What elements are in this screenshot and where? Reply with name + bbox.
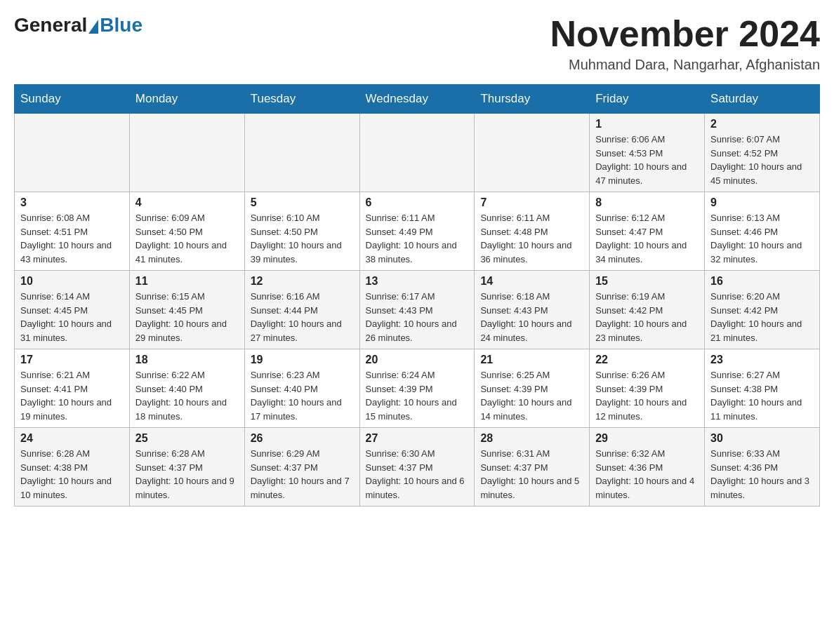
day-info: Sunrise: 6:07 AMSunset: 4:52 PMDaylight:… bbox=[710, 133, 814, 187]
day-info: Sunrise: 6:15 AMSunset: 4:45 PMDaylight:… bbox=[135, 290, 239, 344]
day-number: 27 bbox=[366, 432, 469, 445]
weekday-header-monday: Monday bbox=[129, 85, 244, 114]
month-title: November 2024 bbox=[550, 14, 820, 54]
calendar-cell: 26Sunrise: 6:29 AMSunset: 4:37 PMDayligh… bbox=[244, 428, 359, 507]
calendar-cell bbox=[129, 114, 244, 192]
day-info: Sunrise: 6:11 AMSunset: 4:49 PMDaylight:… bbox=[366, 211, 469, 266]
day-info: Sunrise: 6:10 AMSunset: 4:50 PMDaylight:… bbox=[251, 211, 354, 266]
calendar-cell: 16Sunrise: 6:20 AMSunset: 4:42 PMDayligh… bbox=[705, 271, 820, 349]
day-number: 1 bbox=[595, 118, 699, 130]
weekday-header-friday: Friday bbox=[590, 85, 705, 114]
calendar-cell: 19Sunrise: 6:23 AMSunset: 4:40 PMDayligh… bbox=[244, 349, 359, 428]
logo-triangle-icon bbox=[88, 20, 98, 34]
day-info: Sunrise: 6:11 AMSunset: 4:48 PMDaylight:… bbox=[480, 211, 583, 266]
calendar-cell: 23Sunrise: 6:27 AMSunset: 4:38 PMDayligh… bbox=[705, 349, 820, 428]
calendar-cell: 24Sunrise: 6:28 AMSunset: 4:38 PMDayligh… bbox=[15, 428, 130, 507]
calendar-cell: 18Sunrise: 6:22 AMSunset: 4:40 PMDayligh… bbox=[129, 349, 244, 428]
calendar-cell: 27Sunrise: 6:30 AMSunset: 4:37 PMDayligh… bbox=[359, 428, 475, 507]
day-number: 30 bbox=[710, 432, 814, 445]
calendar-cell: 28Sunrise: 6:31 AMSunset: 4:37 PMDayligh… bbox=[475, 428, 590, 507]
day-info: Sunrise: 6:14 AMSunset: 4:45 PMDaylight:… bbox=[20, 290, 124, 344]
calendar-cell: 15Sunrise: 6:19 AMSunset: 4:42 PMDayligh… bbox=[590, 271, 705, 349]
weekday-header-row: SundayMondayTuesdayWednesdayThursdayFrid… bbox=[15, 85, 820, 114]
day-info: Sunrise: 6:17 AMSunset: 4:43 PMDaylight:… bbox=[366, 290, 469, 344]
weekday-header-wednesday: Wednesday bbox=[359, 85, 475, 114]
day-number: 6 bbox=[366, 196, 469, 209]
logo: General Blue bbox=[14, 14, 143, 36]
day-number: 2 bbox=[710, 118, 814, 130]
calendar-cell: 30Sunrise: 6:33 AMSunset: 4:36 PMDayligh… bbox=[705, 428, 820, 507]
calendar-cell: 12Sunrise: 6:16 AMSunset: 4:44 PMDayligh… bbox=[244, 271, 359, 349]
day-info: Sunrise: 6:22 AMSunset: 4:40 PMDaylight:… bbox=[135, 368, 239, 423]
day-number: 17 bbox=[20, 354, 124, 366]
calendar-cell: 1Sunrise: 6:06 AMSunset: 4:53 PMDaylight… bbox=[590, 114, 705, 192]
day-info: Sunrise: 6:27 AMSunset: 4:38 PMDaylight:… bbox=[710, 368, 814, 423]
weekday-header-sunday: Sunday bbox=[15, 85, 130, 114]
calendar-cell bbox=[15, 114, 130, 192]
calendar-cell: 6Sunrise: 6:11 AMSunset: 4:49 PMDaylight… bbox=[359, 192, 475, 271]
calendar-cell: 11Sunrise: 6:15 AMSunset: 4:45 PMDayligh… bbox=[129, 271, 244, 349]
calendar-cell: 25Sunrise: 6:28 AMSunset: 4:37 PMDayligh… bbox=[129, 428, 244, 507]
day-number: 29 bbox=[595, 432, 699, 445]
day-info: Sunrise: 6:31 AMSunset: 4:37 PMDaylight:… bbox=[480, 447, 583, 502]
day-info: Sunrise: 6:26 AMSunset: 4:39 PMDaylight:… bbox=[595, 368, 699, 423]
day-number: 11 bbox=[135, 275, 239, 288]
day-info: Sunrise: 6:23 AMSunset: 4:40 PMDaylight:… bbox=[251, 368, 354, 423]
day-info: Sunrise: 6:13 AMSunset: 4:46 PMDaylight:… bbox=[710, 211, 814, 266]
calendar-week-row: 1Sunrise: 6:06 AMSunset: 4:53 PMDaylight… bbox=[15, 114, 820, 192]
day-number: 22 bbox=[595, 354, 699, 366]
calendar-cell: 20Sunrise: 6:24 AMSunset: 4:39 PMDayligh… bbox=[359, 349, 475, 428]
calendar-cell: 13Sunrise: 6:17 AMSunset: 4:43 PMDayligh… bbox=[359, 271, 475, 349]
location-text: Muhmand Dara, Nangarhar, Afghanistan bbox=[550, 57, 820, 73]
day-number: 12 bbox=[251, 275, 354, 288]
day-info: Sunrise: 6:30 AMSunset: 4:37 PMDaylight:… bbox=[366, 447, 469, 502]
day-number: 5 bbox=[251, 196, 354, 209]
weekday-header-tuesday: Tuesday bbox=[244, 85, 359, 114]
calendar-table: SundayMondayTuesdayWednesdayThursdayFrid… bbox=[14, 84, 820, 507]
calendar-cell: 7Sunrise: 6:11 AMSunset: 4:48 PMDaylight… bbox=[475, 192, 590, 271]
weekday-header-thursday: Thursday bbox=[475, 85, 590, 114]
day-number: 4 bbox=[135, 196, 239, 209]
day-number: 14 bbox=[480, 275, 583, 288]
calendar-cell bbox=[359, 114, 475, 192]
day-info: Sunrise: 6:21 AMSunset: 4:41 PMDaylight:… bbox=[20, 368, 124, 423]
day-info: Sunrise: 6:20 AMSunset: 4:42 PMDaylight:… bbox=[710, 290, 814, 344]
day-info: Sunrise: 6:16 AMSunset: 4:44 PMDaylight:… bbox=[251, 290, 354, 344]
day-info: Sunrise: 6:09 AMSunset: 4:50 PMDaylight:… bbox=[135, 211, 239, 266]
day-info: Sunrise: 6:19 AMSunset: 4:42 PMDaylight:… bbox=[595, 290, 699, 344]
day-number: 8 bbox=[595, 196, 699, 209]
day-info: Sunrise: 6:32 AMSunset: 4:36 PMDaylight:… bbox=[595, 447, 699, 502]
day-number: 16 bbox=[710, 275, 814, 288]
day-number: 19 bbox=[251, 354, 354, 366]
weekday-header-saturday: Saturday bbox=[705, 85, 820, 114]
day-number: 15 bbox=[595, 275, 699, 288]
calendar-cell: 14Sunrise: 6:18 AMSunset: 4:43 PMDayligh… bbox=[475, 271, 590, 349]
day-number: 24 bbox=[20, 432, 124, 445]
calendar-week-row: 17Sunrise: 6:21 AMSunset: 4:41 PMDayligh… bbox=[15, 349, 820, 428]
calendar-cell: 10Sunrise: 6:14 AMSunset: 4:45 PMDayligh… bbox=[15, 271, 130, 349]
day-info: Sunrise: 6:06 AMSunset: 4:53 PMDaylight:… bbox=[595, 133, 699, 187]
logo-blue-text: Blue bbox=[100, 14, 143, 36]
calendar-cell: 2Sunrise: 6:07 AMSunset: 4:52 PMDaylight… bbox=[705, 114, 820, 192]
day-info: Sunrise: 6:29 AMSunset: 4:37 PMDaylight:… bbox=[251, 447, 354, 502]
calendar-cell bbox=[475, 114, 590, 192]
calendar-cell: 5Sunrise: 6:10 AMSunset: 4:50 PMDaylight… bbox=[244, 192, 359, 271]
calendar-cell: 17Sunrise: 6:21 AMSunset: 4:41 PMDayligh… bbox=[15, 349, 130, 428]
day-info: Sunrise: 6:18 AMSunset: 4:43 PMDaylight:… bbox=[480, 290, 583, 344]
logo-general-text: General bbox=[14, 14, 87, 36]
day-number: 3 bbox=[20, 196, 124, 209]
day-number: 7 bbox=[480, 196, 583, 209]
calendar-cell bbox=[244, 114, 359, 192]
calendar-cell: 21Sunrise: 6:25 AMSunset: 4:39 PMDayligh… bbox=[475, 349, 590, 428]
day-number: 28 bbox=[480, 432, 583, 445]
calendar-week-row: 3Sunrise: 6:08 AMSunset: 4:51 PMDaylight… bbox=[15, 192, 820, 271]
calendar-cell: 29Sunrise: 6:32 AMSunset: 4:36 PMDayligh… bbox=[590, 428, 705, 507]
day-number: 21 bbox=[480, 354, 583, 366]
day-info: Sunrise: 6:12 AMSunset: 4:47 PMDaylight:… bbox=[595, 211, 699, 266]
calendar-cell: 4Sunrise: 6:09 AMSunset: 4:50 PMDaylight… bbox=[129, 192, 244, 271]
calendar-cell: 3Sunrise: 6:08 AMSunset: 4:51 PMDaylight… bbox=[15, 192, 130, 271]
calendar-cell: 8Sunrise: 6:12 AMSunset: 4:47 PMDaylight… bbox=[590, 192, 705, 271]
day-info: Sunrise: 6:28 AMSunset: 4:37 PMDaylight:… bbox=[135, 447, 239, 502]
day-info: Sunrise: 6:28 AMSunset: 4:38 PMDaylight:… bbox=[20, 447, 124, 502]
day-number: 23 bbox=[710, 354, 814, 366]
